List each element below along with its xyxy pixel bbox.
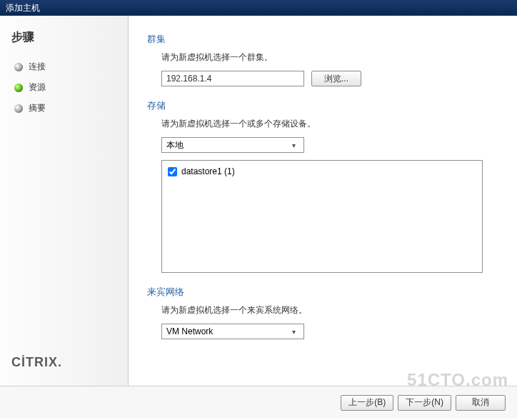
step-label: 连接 xyxy=(29,61,46,73)
browse-button[interactable]: 浏览... xyxy=(311,71,361,86)
chevron-down-icon: ▾ xyxy=(288,328,299,336)
step-summary[interactable]: 摘要 xyxy=(11,99,116,117)
storage-item[interactable]: datastore1 (1) xyxy=(168,165,476,178)
bullet-icon xyxy=(14,63,23,71)
back-button[interactable]: 上一步(B) xyxy=(341,395,393,411)
storage-desc: 请为新虚拟机选择一个或多个存储设备。 xyxy=(161,118,498,130)
storage-checkbox[interactable] xyxy=(168,167,177,176)
cluster-value: 192.168.1.4 xyxy=(166,74,211,84)
sidebar-heading: 步骤 xyxy=(11,30,116,45)
step-label: 资源 xyxy=(29,81,46,94)
storage-selected: 本地 xyxy=(166,139,184,151)
cluster-input[interactable]: 192.168.1.4 xyxy=(161,71,304,86)
storage-dropdown[interactable]: 本地 ▾ xyxy=(161,137,304,153)
sidebar: 步骤 连接 资源 摘要 CİTRIX. xyxy=(0,16,129,386)
step-connection[interactable]: 连接 xyxy=(11,58,116,76)
network-dropdown[interactable]: VM Network ▾ xyxy=(161,324,304,339)
cancel-button[interactable]: 取消 xyxy=(456,395,506,411)
bullet-icon xyxy=(14,84,23,92)
next-button[interactable]: 下一步(N) xyxy=(398,395,451,411)
step-label: 摘要 xyxy=(29,102,46,114)
content-panel: 群集 请为新虚拟机选择一个群集。 192.168.1.4 浏览... 存储 请为… xyxy=(129,16,517,386)
footer-bar: 上一步(B) 下一步(N) 取消 xyxy=(0,386,517,419)
network-selected: VM Network xyxy=(166,326,213,336)
storage-title: 存储 xyxy=(147,99,498,112)
cluster-desc: 请为新虚拟机选择一个群集。 xyxy=(161,51,498,64)
bullet-icon xyxy=(14,104,23,113)
network-desc: 请为新虚拟机选择一个来宾系统网络。 xyxy=(161,304,498,316)
storage-item-label: datastore1 (1) xyxy=(181,166,235,176)
main-area: 步骤 连接 资源 摘要 CİTRIX. 群集 请为新虚拟机选择一个群集。 192… xyxy=(0,16,517,386)
step-resources[interactable]: 资源 xyxy=(11,79,116,96)
titlebar: 添加主机 xyxy=(0,0,517,16)
window-title: 添加主机 xyxy=(6,2,40,14)
citrix-logo: CİTRIX. xyxy=(11,355,116,371)
cluster-title: 群集 xyxy=(147,33,498,46)
network-title: 来宾网络 xyxy=(147,286,498,299)
chevron-down-icon: ▾ xyxy=(288,141,299,149)
storage-list: datastore1 (1) xyxy=(161,160,483,273)
